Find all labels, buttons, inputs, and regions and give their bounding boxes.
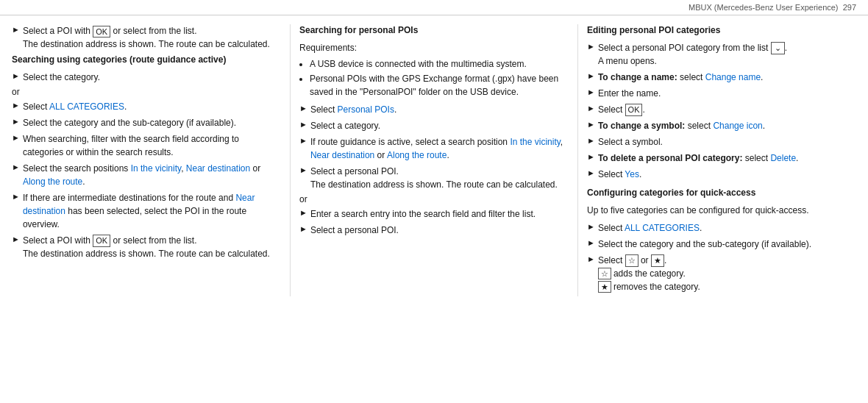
col3-desc2: Up to five categories can be configured … [587,204,856,217]
arrow-icon: ► [587,222,595,231]
col3-item-8: ► Select Yes. [587,168,856,181]
content-area: ► Select a POI with OK or select from th… [0,15,868,305]
col1-item-2: ► Select the category. [12,71,281,84]
col2-or-1: or [299,194,569,204]
col3-item-8-text: Select Yes. [598,168,856,181]
header: MBUX (Mercedes-Benz User Experience) 297 [0,0,868,15]
removes-label: removes the category. [613,280,700,293]
arrow-icon: ► [12,235,20,243]
requirements-list: A USB device is connected with the multi… [310,57,569,99]
col2-item-6: ► Select a personal POI. [299,224,569,237]
col3-item-1: ► Select a personal POI category from th… [587,41,856,68]
col1-item-1: ► Select a POI with OK or select from th… [12,24,281,51]
col3-item-3: ► Enter the name. [587,87,856,100]
star-filled-box2: ★ [598,281,611,293]
header-title: MBUX (Mercedes-Benz User Experience) 297 [689,3,856,12]
arrow-icon: ► [12,117,20,126]
in-vicinity-link3: In the vicinity [510,137,560,147]
col2-item-1-text: Select Personal POIs. [310,103,569,116]
col3-item-1-text: Select a personal POI category from the … [598,41,856,68]
change-icon-link: Change icon [713,121,762,131]
req-item-2: Personal POIs with the GPS Exchange form… [310,72,569,99]
arrow-icon: ► [12,101,20,110]
col1-heading: Searching using categories (route guidan… [12,54,281,66]
yes-link: Yes [625,169,639,179]
col3-item-5: ► To change a symbol: select Change icon… [587,119,856,132]
col1-item-2-text: Select the category. [23,71,281,84]
arrow-icon: ► [299,120,307,129]
arrow-icon: ► [587,88,595,96]
ok-box: OK [93,26,110,38]
along-route-link3: Along the route [387,150,447,160]
col3-item-6-text: Select a symbol. [598,135,856,149]
col1-item-5-text: When searching, filter with the search f… [23,132,281,159]
arrow-icon: ► [587,238,595,247]
star-filled-box: ★ [651,254,664,266]
col1-item-7: ► If there are intermediate destinations… [12,191,281,231]
near-destination-link2: Near destination [23,193,255,216]
col3-item-2: ► To change a name: select Change name. [587,71,856,84]
adds-label: adds the category. [613,267,686,280]
ok-box2: OK [93,235,110,246]
col3-item-7-text: To delete a personal POI category: selec… [598,151,856,165]
arrow-icon: ► [587,104,595,113]
in-vicinity-link: In the vicinity [131,163,181,174]
arrow-icon: ► [299,208,307,217]
col2-item-6-text: Select a personal POI. [310,224,569,237]
col3-heading2: Configuring categories for quick-access [587,187,856,199]
ok-box3: OK [625,104,643,115]
col2-item-3-text: If route guidance is active, select a se… [310,135,569,162]
arrow-icon: ► [587,120,595,129]
col1-item-6: ► Select the search positions In the vic… [12,162,281,188]
chevron-box: ⌄ [771,42,785,54]
col2-item-2: ► Select a category. [299,119,569,132]
col2: Searching for personal POIs Requirements… [291,24,578,296]
col2-item-3: ► If route guidance is active, select a … [299,135,569,162]
col1-item-7-text: If there are intermediate destinations f… [23,191,281,231]
col1-item-4-text: Select the category and the sub-category… [23,116,281,129]
col3-item-7: ► To delete a personal POI category: sel… [587,151,856,165]
col1-item-3-text: Select ALL CATEGORIES. [23,100,281,113]
col3-item-10: ► Select the category and the sub-catego… [587,238,856,251]
col3-item-9-text: Select ALL CATEGORIES. [598,221,856,235]
arrow-icon: ► [12,71,20,80]
col2-item-4: ► Select a personal POI.The destination … [299,165,569,191]
col1-or-1: or [12,87,281,97]
col3-item-11-text: Select ☆ or ★. ☆ adds the category. ★ re… [598,254,856,293]
col3-item-4-text: Select OK. [598,103,856,116]
col1-item-3: ► Select ALL CATEGORIES. [12,100,281,113]
arrow-icon: ► [12,163,20,171]
arrow-icon: ► [12,133,20,142]
col1-item-8: ► Select a POI with OK or select from th… [12,234,281,260]
req-item-1: A USB device is connected with the multi… [310,57,569,71]
col3-item-11: ► Select ☆ or ★. ☆ adds the category. ★ … [587,254,856,293]
arrow-icon: ► [587,71,595,80]
col3-item-9: ► Select ALL CATEGORIES. [587,221,856,235]
arrow-icon: ► [587,152,595,161]
requirements-label: Requirements: [299,41,569,54]
col2-item-1: ► Select Personal POIs. [299,103,569,116]
arrow-icon: ► [587,42,595,51]
change-name-link: Change name [705,72,761,82]
delete-link: Delete [770,153,796,163]
col3-item-3-text: Enter the name. [598,87,856,100]
col1-item-6-text: Select the search positions In the vicin… [23,162,281,188]
col1-item-1-text: Select a POI with OK or select from the … [23,24,281,51]
col1-item-4: ► Select the category and the sub-catego… [12,116,281,129]
arrow-icon: ► [12,25,20,34]
arrow-icon: ► [587,168,595,177]
col2-item-4-text: Select a personal POI.The destination ad… [310,165,569,191]
near-destination-link: Near destination [186,163,250,174]
arrow-icon: ► [12,192,20,201]
col3-heading1: Editing personal POI categories [587,24,856,37]
col2-heading: Searching for personal POIs [299,24,569,37]
arrow-icon: ► [299,136,307,145]
personal-pois-link: Personal POIs [338,104,394,115]
col2-item-2-text: Select a category. [310,119,569,132]
col2-item-5: ► Enter a search entry into the search f… [299,207,569,221]
col3-item-2-text: To change a name: select Change name. [598,71,856,84]
arrow-icon: ► [299,165,307,174]
col2-item-5-text: Enter a search entry into the search fie… [310,207,569,221]
all-categories-link: ALL CATEGORIES [49,101,124,112]
col3-item-10-text: Select the category and the sub-category… [598,238,856,251]
